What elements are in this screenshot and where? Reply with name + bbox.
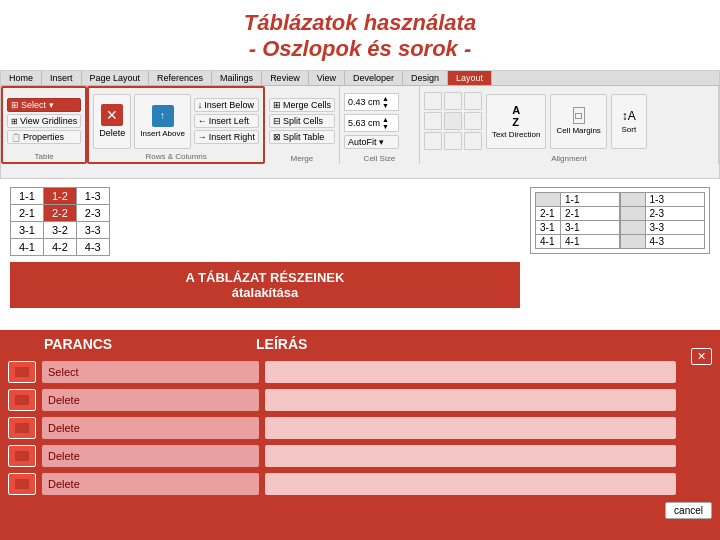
dialog-row2-icon xyxy=(8,389,36,411)
ribbon: Home Insert Page Layout References Maili… xyxy=(0,70,720,179)
merge-inner: ⊞ Merge Cells ⊟ Split Cells ⊠ Split Tabl… xyxy=(269,90,335,152)
table-row: 1-1 1-2 1-3 xyxy=(11,188,110,205)
dialog-row-5: Delete xyxy=(8,473,712,495)
table-row: 3-1 3-2 3-3 xyxy=(11,222,110,239)
right-table: 1-1 1-3 2-1 2-1 2-3 3-1 3-1 3-3 4 xyxy=(535,192,705,249)
alignment-controls: AZ Text Direction □ Cell Margins ↕A Sort xyxy=(424,92,647,150)
dialog-row1-icon xyxy=(8,361,36,383)
merged-indicator xyxy=(536,193,561,207)
dialog-close-button[interactable]: ✕ xyxy=(691,348,712,365)
r-cell-2-1a: 2-1 xyxy=(536,207,561,221)
table-row: 4-1 4-2 4-3 xyxy=(11,239,110,256)
align-tc[interactable] xyxy=(444,92,462,110)
merged-indicator2 xyxy=(620,193,645,207)
tab-developer[interactable]: Developer xyxy=(345,71,403,85)
tab-home[interactable]: Home xyxy=(1,71,42,85)
insert-right-button[interactable]: → Insert Right xyxy=(194,130,259,144)
cell-margin-controls: □ Cell Margins xyxy=(550,94,606,149)
table-buttons: ⊞ Select ▾ ⊞ View Gridlines 📋 Properties xyxy=(7,98,81,144)
cell-3-2: 3-2 xyxy=(43,222,76,239)
width-up-arrow[interactable]: ▲ xyxy=(382,116,389,123)
properties-button[interactable]: 📋 Properties xyxy=(7,130,81,144)
cell-size-label: Cell Size xyxy=(340,154,419,163)
merged4 xyxy=(620,235,645,249)
rows-cols-section-label: Rows & Columns xyxy=(89,152,263,161)
tab-references[interactable]: References xyxy=(149,71,212,85)
width-arrows[interactable]: ▲ ▼ xyxy=(382,116,389,130)
select-icon: ⊞ xyxy=(11,100,19,110)
height-arrows[interactable]: ▲ ▼ xyxy=(382,95,389,109)
tab-review[interactable]: Review xyxy=(262,71,309,85)
split-cells-button[interactable]: ⊟ Split Cells xyxy=(269,114,335,128)
ribbon-section-rows-cols: ✕ Delete ↑ Insert Above ↓ Insert Below ←… xyxy=(87,86,265,164)
align-ml[interactable] xyxy=(424,112,442,130)
ribbon-section-table-inner: ⊞ Select ▾ ⊞ View Gridlines 📋 Properties xyxy=(7,92,81,150)
ribbon-sections: ⊞ Select ▾ ⊞ View Gridlines 📋 Properties… xyxy=(1,86,719,164)
r-cell-4-3: 4-3 xyxy=(645,235,705,249)
delete-button[interactable]: ✕ Delete xyxy=(93,94,131,149)
cell-size-inner: 0.43 cm ▲ ▼ 5.63 cm ▲ ▼ xyxy=(344,90,415,152)
insert-icon: ↑ xyxy=(152,105,174,127)
r-cell-3-3: 3-3 xyxy=(645,221,705,235)
split-table-button[interactable]: ⊠ Split Table xyxy=(269,130,335,144)
text-direction-controls: AZ Text Direction xyxy=(486,94,546,149)
table-row: 1-1 1-3 xyxy=(536,193,705,207)
dialog-row4-icon xyxy=(8,445,36,467)
cell-4-1: 4-1 xyxy=(11,239,44,256)
ribbon-tab-bar: Home Insert Page Layout References Maili… xyxy=(1,71,719,86)
cell-margins-button[interactable]: □ Cell Margins xyxy=(550,94,606,149)
tab-insert[interactable]: Insert xyxy=(42,71,82,85)
r-cell-2-3: 2-3 xyxy=(645,207,705,221)
delete-icon-small4 xyxy=(14,478,30,490)
table-row: 2-1 2-1 2-3 xyxy=(536,207,705,221)
insert-below-button[interactable]: ↓ Insert Below xyxy=(194,98,259,112)
view-gridlines-button[interactable]: ⊞ View Gridlines xyxy=(7,114,81,128)
select-button[interactable]: ⊞ Select ▾ xyxy=(7,98,81,112)
dialog-row3-icon xyxy=(8,417,36,439)
insert-above-button[interactable]: ↑ Insert Above xyxy=(134,94,190,149)
insert-left-button[interactable]: ← Insert Left xyxy=(194,114,259,128)
merge-cells-button[interactable]: ⊞ Merge Cells xyxy=(269,98,335,112)
title-line1: Táblázatok használata xyxy=(0,10,720,36)
tab-page-layout[interactable]: Page Layout xyxy=(82,71,150,85)
cell-4-3: 4-3 xyxy=(76,239,109,256)
align-tl[interactable] xyxy=(424,92,442,110)
cell-margins-icon: □ xyxy=(573,107,585,124)
merge-buttons: ⊞ Merge Cells ⊟ Split Cells ⊠ Split Tabl… xyxy=(269,98,335,144)
tab-layout[interactable]: Layout xyxy=(448,71,492,85)
sort-button[interactable]: ↕A Sort xyxy=(611,94,647,149)
width-down-arrow[interactable]: ▼ xyxy=(382,123,389,130)
split-table-icon: ⊠ xyxy=(273,132,281,142)
dialog-row3-label: Delete xyxy=(42,417,259,439)
dialog-row4-label: Delete xyxy=(42,445,259,467)
align-mc[interactable] xyxy=(444,112,462,130)
r-cell-3-1a: 3-1 xyxy=(536,221,561,235)
dialog-row-3: Delete xyxy=(8,417,712,439)
properties-icon: 📋 xyxy=(11,133,21,142)
tab-mailings[interactable]: Mailings xyxy=(212,71,262,85)
cell-2-3: 2-3 xyxy=(76,205,109,222)
height-field[interactable]: 0.43 cm ▲ ▼ xyxy=(344,93,399,111)
height-up-arrow[interactable]: ▲ xyxy=(382,95,389,102)
tab-design[interactable]: Design xyxy=(403,71,448,85)
cancel-button[interactable]: cancel xyxy=(665,502,712,519)
insert-left-icon: ← xyxy=(198,116,207,126)
width-field[interactable]: 5.63 cm ▲ ▼ xyxy=(344,114,399,132)
split-icon: ⊟ xyxy=(273,116,281,126)
align-br[interactable] xyxy=(464,132,482,150)
height-down-arrow[interactable]: ▼ xyxy=(382,102,389,109)
tab-view[interactable]: View xyxy=(309,71,345,85)
align-bl[interactable] xyxy=(424,132,442,150)
autofit-button[interactable]: AutoFit ▾ xyxy=(344,135,399,149)
r-cell-2-1b: 2-1 xyxy=(561,207,621,221)
insert-right-icon: → xyxy=(198,132,207,142)
dialog-col2-header: LEÍRÁS xyxy=(256,336,680,352)
align-tr[interactable] xyxy=(464,92,482,110)
align-bc[interactable] xyxy=(444,132,462,150)
align-mr[interactable] xyxy=(464,112,482,130)
merge-icon: ⊞ xyxy=(273,100,281,110)
dialog-row5-label: Delete xyxy=(42,473,259,495)
bottom-dialog: PARANCS LEÍRÁS Select Delete Delete xyxy=(0,330,720,540)
text-direction-button[interactable]: AZ Text Direction xyxy=(486,94,546,149)
dialog-row2-desc xyxy=(265,389,676,411)
